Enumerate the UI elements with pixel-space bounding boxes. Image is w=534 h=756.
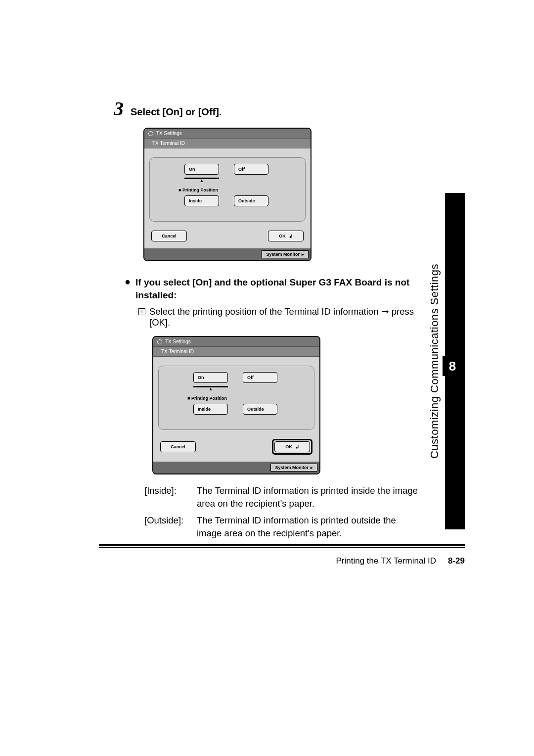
condition-subtext: Select the printing position of the Term… (149, 306, 420, 328)
screenshot-b-sysbar: System Monitor ▸ (153, 462, 319, 473)
screenshot-b-footer: Cancel OK ↲ (153, 435, 319, 462)
def-inside-val: The Terminal ID information is printed i… (197, 484, 420, 510)
printing-position-label: ■ Printing Position (187, 396, 304, 401)
screenshot-b: TX Settings TX Terminal ID On Off ■ Prin… (152, 336, 320, 474)
enter-icon: ↲ (295, 444, 299, 450)
position-row: Inside Outside (193, 404, 304, 415)
selected-indicator (184, 178, 219, 181)
screenshot-a: TX Settings TX Terminal ID On Off ■ Prin… (143, 128, 312, 261)
bullet-icon: ● (125, 276, 131, 301)
def-outside-row: [Outside]: The Terminal ID information i… (144, 514, 420, 540)
cancel-button[interactable]: Cancel (160, 441, 196, 452)
ok-label: OK (279, 234, 286, 238)
inside-button[interactable]: Inside (193, 404, 228, 415)
step-heading: 3 Select [On] or [Off]. (114, 99, 420, 119)
screenshot-a-title: TX Settings (156, 131, 182, 136)
definitions: [Inside]: The Terminal ID information is… (144, 484, 420, 540)
def-outside-val: The Terminal ID information is printed o… (197, 514, 420, 540)
footer-page: 8-29 (448, 556, 465, 566)
on-button[interactable]: On (184, 164, 219, 175)
def-inside-row: [Inside]: The Terminal ID information is… (144, 484, 420, 510)
ok-highlight: OK ↲ (272, 439, 312, 455)
system-monitor-label: System Monitor (275, 465, 309, 470)
screenshot-b-title: TX Settings (165, 339, 191, 344)
def-inside-key: [Inside]: (144, 484, 190, 510)
system-monitor-label: System Monitor (266, 252, 300, 257)
inside-button[interactable]: Inside (184, 195, 219, 206)
screenshot-b-titlebar: TX Settings (153, 337, 319, 347)
printing-position-label: ■ Printing Position (178, 188, 295, 192)
screenshot-a-panel: On Off ■ Printing Position Inside Outsid… (149, 157, 306, 222)
screenshot-b-panel: On Off ■ Printing Position Inside Outsid… (158, 366, 314, 430)
footer-title: Printing the TX Terminal ID (336, 556, 436, 566)
screenshot-a-subtitle: TX Terminal ID (152, 141, 185, 146)
chevron-right-icon: ▸ (311, 465, 313, 470)
step-number: 3 (114, 99, 124, 119)
def-outside-key: [Outside]: (144, 514, 190, 540)
ok-label: OK (285, 444, 292, 449)
outside-button[interactable]: Outside (243, 404, 277, 415)
screenshot-a-titlebar: TX Settings (144, 129, 311, 139)
condition-heading: If you select [On] and the optional Supe… (135, 276, 420, 301)
footer-rule-light (99, 547, 465, 548)
enter-icon: ↲ (289, 234, 293, 239)
gear-icon (148, 131, 153, 136)
main-content: 3 Select [On] or [Off]. TX Settings TX T… (114, 99, 420, 544)
screenshot-b-subtitle: TX Terminal ID (161, 349, 194, 354)
checkbox-icon (138, 308, 145, 315)
position-row: Inside Outside (184, 195, 295, 206)
cancel-button[interactable]: Cancel (151, 231, 187, 241)
footer-rule-heavy (99, 544, 465, 546)
screenshot-b-body: On Off ■ Printing Position Inside Outsid… (153, 357, 319, 435)
screenshot-a-sysbar: System Monitor ▸ (144, 248, 311, 260)
on-off-row: On Off (193, 372, 304, 383)
screenshot-a-footer: Cancel OK ↲ (144, 227, 311, 248)
side-tab-text: Customizing Communications Settings (428, 264, 441, 459)
chevron-right-icon: ▸ (302, 252, 304, 257)
on-button[interactable]: On (193, 372, 228, 383)
system-monitor-button[interactable]: System Monitor ▸ (270, 464, 317, 472)
page: 3 Select [On] or [Off]. TX Settings TX T… (0, 0, 534, 756)
off-button[interactable]: Off (234, 164, 268, 175)
screenshot-a-body: On Off ■ Printing Position Inside Outsid… (144, 148, 311, 227)
condition-heading-row: ● If you select [On] and the optional Su… (125, 276, 420, 301)
system-monitor-button[interactable]: System Monitor ▸ (262, 250, 309, 258)
ok-button[interactable]: OK ↲ (274, 441, 310, 452)
off-button[interactable]: Off (243, 372, 277, 383)
outside-button[interactable]: Outside (234, 195, 268, 206)
footer: Printing the TX Terminal ID 8-29 (99, 556, 465, 566)
on-off-row: On Off (184, 164, 295, 175)
ok-button[interactable]: OK ↲ (268, 231, 304, 241)
gear-icon (157, 339, 162, 344)
condition-sub-row: Select the printing position of the Term… (138, 306, 420, 328)
screenshot-a-subtitlebar: TX Terminal ID (144, 139, 311, 148)
side-chapter-number: 8 (443, 356, 462, 376)
selected-indicator (193, 386, 228, 389)
screenshot-b-subtitlebar: TX Terminal ID (153, 347, 319, 357)
step-title: Select [On] or [Off]. (131, 106, 222, 118)
